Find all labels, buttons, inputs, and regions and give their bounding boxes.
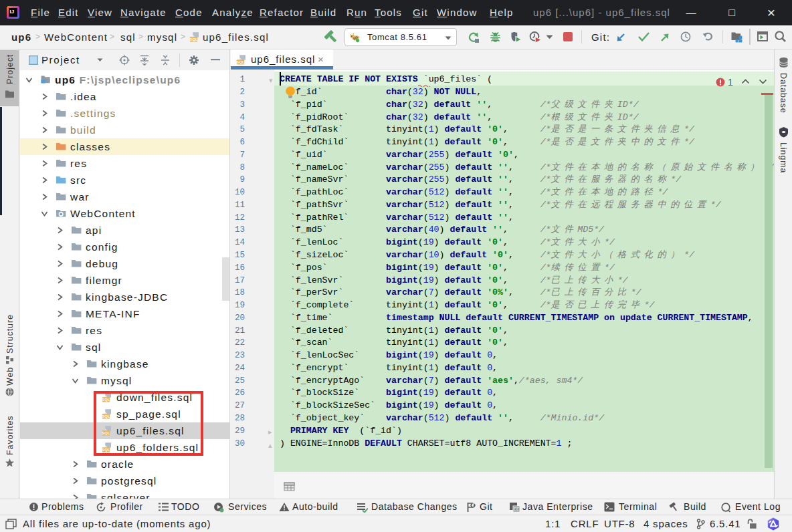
svg-text:SQL: SQL [236,60,245,64]
svg-text:EE: EE [514,507,520,511]
svg-text:SQL: SQL [189,37,198,41]
